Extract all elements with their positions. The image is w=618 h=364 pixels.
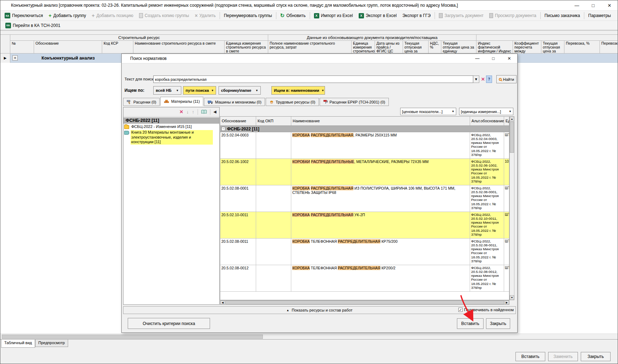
toolbar-button-12[interactable]: Письмо заказчика bbox=[542, 12, 583, 19]
tab-материалы[interactable]: Материалы (11) bbox=[160, 97, 203, 106]
search-field-combo[interactable]: Ищем в: наименовании▼ bbox=[271, 86, 325, 95]
paint-roller-icon bbox=[323, 100, 328, 104]
separator bbox=[220, 12, 220, 19]
scrollbar-thumb[interactable] bbox=[225, 301, 504, 304]
tab-расценки[interactable]: Расценки (0) bbox=[123, 98, 160, 106]
separator bbox=[210, 109, 210, 115]
results-horizontal-scrollbar[interactable]: ◀ ▶ bbox=[220, 300, 509, 305]
results-toolbar: [ценовые показатели...]▼ [единицы измере… bbox=[220, 107, 514, 116]
highlight-checkbox[interactable]: ✓ Подсвечивать в найденном bbox=[458, 308, 514, 312]
tree-item[interactable]: ФСБЦ-2022 - Изменения И15 [11] bbox=[123, 124, 219, 129]
tree-root-item[interactable]: ФСНБ-2022 [11] bbox=[123, 117, 219, 124]
results-group-row[interactable]: − ФСНБ-2022 [11] bbox=[220, 126, 509, 132]
units-combo[interactable]: [единицы измерения...]▼ bbox=[459, 108, 513, 115]
tab-расценки[interactable]: Расценки ЕРКР (ТСН-2001) (0) bbox=[320, 98, 389, 106]
toolbar-button-8[interactable]: XЭкспорт в Excel bbox=[356, 12, 399, 19]
result-unit: ШТ bbox=[504, 265, 509, 291]
book-open-icon[interactable] bbox=[201, 110, 207, 114]
result-row[interactable]: 20.5.02.10-0011КОРОБКА РАСПРЕДЕЛИТЕЛЬНАЯ… bbox=[220, 212, 509, 239]
grid-column-header: Полное наименование строительного ресурс… bbox=[268, 41, 352, 54]
result-okp bbox=[256, 185, 291, 212]
toolbar-button-7[interactable]: XИмпорт из Excel bbox=[311, 12, 356, 19]
result-code: 20.5.02.08-0001 bbox=[220, 185, 256, 212]
results-vertical-scrollbar[interactable]: ▲ ▼ bbox=[509, 116, 514, 300]
result-code: 20.5.02.08-0011 bbox=[220, 239, 256, 265]
search-clear-icon[interactable]: ✕ bbox=[480, 75, 486, 83]
arrow-up-icon[interactable]: ↑ bbox=[192, 110, 194, 114]
clear-search-criteria-button[interactable]: Очистить критерии поиска bbox=[128, 318, 210, 329]
tab-preview[interactable]: Предпросмотр bbox=[35, 340, 68, 347]
search-dropdown-arrow[interactable]: ▼ bbox=[473, 75, 479, 83]
tab-label: Машины и механизмы (0) bbox=[215, 100, 261, 104]
find-button[interactable]: Найти bbox=[496, 75, 517, 83]
toolbar-button-1[interactable]: +Добавить группу bbox=[46, 12, 89, 19]
ka-icon: КА bbox=[5, 23, 11, 28]
goto-ka-tsn-button[interactable]: КА Перейти в КА ТСН-2001 bbox=[2, 22, 63, 29]
result-alt-justification: ФСБЦ-2022, 20.5.02.10-0011, приказ Минст… bbox=[470, 212, 504, 238]
expand-button[interactable]: + bbox=[12, 55, 18, 61]
separator bbox=[310, 12, 310, 19]
results-column-header: Альт.обоснование bbox=[470, 117, 504, 125]
checkbox-checked-icon[interactable]: ✓ bbox=[458, 308, 463, 312]
tab-трудовые[interactable]: Трудовые ресурсы (0) bbox=[266, 98, 319, 106]
result-row[interactable]: 20.5.02.08-0011КОРОБКА ТЕЛЕФОННАЯ РАСПРЕ… bbox=[220, 239, 509, 265]
scroll-right-icon[interactable]: ▶ bbox=[504, 301, 509, 304]
dialog-insert-button[interactable]: Вставить bbox=[457, 318, 484, 329]
collapse-panel-icon[interactable]: ◀ bbox=[214, 110, 216, 114]
grid-column-header: Код КСР bbox=[102, 41, 133, 54]
tree-clear-icon[interactable]: ✕ bbox=[180, 110, 183, 114]
toolbar-button-9[interactable]: Экспорт в ГГЭ bbox=[399, 12, 434, 19]
search-results-panel: [ценовые показатели...]▼ [единицы измере… bbox=[220, 107, 514, 305]
dialog-minimize-button[interactable]: — bbox=[469, 54, 485, 63]
result-row[interactable]: 20.5.02.08-0012КОРОБКА ТЕЛЕФОННАЯ РАСПРЕ… bbox=[220, 265, 509, 292]
minimize-button[interactable]: — bbox=[569, 0, 585, 10]
toolbar-button-0[interactable]: КАПереключиться bbox=[2, 12, 46, 19]
arrow-down-icon[interactable]: ↓ bbox=[187, 110, 189, 114]
results-group-label: ФСНБ-2022 [11] bbox=[227, 127, 259, 131]
scrollbar-thumb[interactable] bbox=[2, 335, 263, 339]
bricks-icon bbox=[164, 99, 169, 103]
maximize-button[interactable]: □ bbox=[585, 0, 601, 10]
replace-button[interactable]: Заменить bbox=[548, 352, 578, 361]
dialog-close-action-button[interactable]: Закрыть bbox=[486, 318, 510, 329]
search-help-icon[interactable]: ? bbox=[486, 75, 492, 83]
collapse-group-icon[interactable]: − bbox=[221, 127, 225, 131]
show-resources-bar[interactable]: ▲ Показать ресурсы и состав работ ✓ Подс… bbox=[123, 306, 516, 314]
row-marker-icon: ▶ bbox=[0, 54, 10, 63]
price-indicators-combo[interactable]: [ценовые показатели...]▼ bbox=[400, 108, 456, 115]
dialog-maximize-button[interactable]: □ bbox=[485, 54, 501, 63]
search-input[interactable] bbox=[153, 75, 473, 83]
search-path-combo[interactable]: пути поиска▼ bbox=[183, 86, 216, 95]
separator bbox=[276, 12, 276, 19]
search-scope-label: Ищем по: bbox=[125, 88, 144, 93]
tab-table-view[interactable]: Табличный вид bbox=[1, 340, 35, 348]
scroll-up-icon[interactable]: ▲ bbox=[510, 117, 514, 121]
tab-машины[interactable]: Машины и механизмы (0) bbox=[204, 98, 265, 106]
filter-row: Ищем по: всей НБ▼ пути поиска▼ сборнику\… bbox=[122, 86, 517, 95]
main-horizontal-scrollbar[interactable] bbox=[0, 334, 618, 339]
tree-item[interactable]: Книга 20 Материалы монтажные и электроус… bbox=[123, 129, 219, 145]
database-combo[interactable]: всей НБ▼ bbox=[153, 86, 181, 95]
plus-icon: + bbox=[49, 13, 51, 18]
toolbar-button-5[interactable]: Перенумеровать группы bbox=[221, 12, 275, 19]
scrollbar-thumb[interactable] bbox=[510, 122, 514, 153]
chevron-down-icon: ▼ bbox=[452, 110, 454, 113]
scroll-left-icon[interactable]: ◀ bbox=[220, 301, 225, 304]
insert-button[interactable]: Вставить bbox=[515, 352, 545, 361]
toolbar-button-13[interactable]: Параметры bbox=[585, 12, 614, 19]
tree-item-label: Книга 20 Материалы монтажные и электроус… bbox=[131, 130, 213, 144]
separator bbox=[198, 109, 198, 115]
toolbar-button-label: Добавить позицию bbox=[96, 13, 133, 18]
toolbar-button-6[interactable]: ↻Обновить bbox=[277, 12, 309, 19]
book-folder-combo[interactable]: сборнику\папке▼ bbox=[219, 86, 261, 95]
result-row[interactable]: 20.5.02.08-0001КОРОБКА РАСПРЕДЕЛИТЕЛЬНАЯ… bbox=[220, 185, 509, 212]
result-row[interactable]: 20.5.02.06-1002КОРОБКИ РАСПРЕДЕЛИТЕЛЬНЫЕ… bbox=[220, 159, 509, 185]
secondary-toolbar: КА Перейти в КА ТСН-2001 bbox=[0, 21, 618, 30]
close-button[interactable]: ✕ bbox=[601, 0, 618, 10]
close-window-button[interactable]: Закрыть bbox=[581, 352, 611, 361]
dialog-close-button[interactable]: ✕ bbox=[501, 54, 517, 63]
result-code: 20.5.02.04-0003 bbox=[220, 132, 256, 158]
result-row[interactable]: 20.5.02.04-0003КОРОБКА РАСПРЕДЕЛИТЕЛЬНАЯ… bbox=[220, 132, 509, 159]
scroll-down-icon[interactable]: ▼ bbox=[510, 295, 514, 300]
toolbar-button-4: ×Удалить bbox=[192, 12, 219, 19]
